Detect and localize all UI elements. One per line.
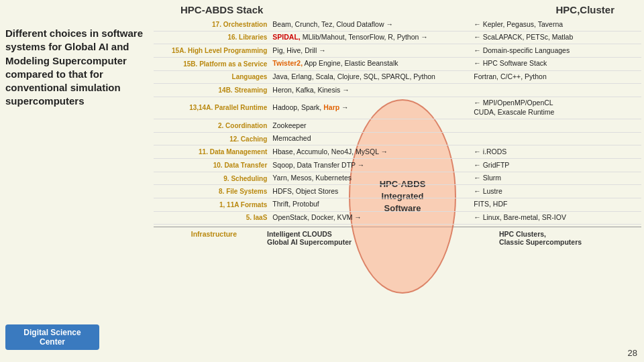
row-label: 15B. Platform as a Service — [154, 57, 270, 70]
table-row: Languages Java, Erlang, Scala, Clojure, … — [154, 70, 641, 84]
row-center: Yarn, Mesos, Kubernetes — [270, 172, 455, 185]
table-row: 8. File Systems HDFS, Object Stores ← Lu… — [154, 185, 641, 198]
row-label: 16. Libraries — [154, 31, 270, 44]
hpc-cluster-header: HPC,Cluster — [555, 4, 614, 15]
row-center: OpenStack, Docker, KVM → — [270, 211, 455, 225]
row-label: 9. Scheduling — [154, 172, 270, 185]
row-right: FITS, HDF — [471, 198, 641, 211]
row-right: ← Domain-specific Languages — [471, 44, 641, 58]
arrow-cell — [455, 57, 471, 70]
row-center: Twister2, App Engine, Elastic Beanstalk — [270, 57, 455, 70]
arrow-cell — [455, 84, 471, 97]
row-right: ← Slurm — [471, 172, 641, 185]
row-label: 5. IaaS — [154, 211, 270, 225]
row-center: SPIDAL, MLlib/Mahout, TensorFlow, R, Pyt… — [270, 31, 455, 44]
row-center: Beam, Crunch, Tez, Cloud Dataflow → — [270, 18, 455, 31]
row-center: Java, Erlang, Scala, Clojure, SQL, SPARQ… — [270, 70, 455, 84]
table-row: 13,14A. Parallel Runtime Hadoop, Spark, … — [154, 97, 641, 119]
row-label: 12. Caching — [154, 132, 270, 145]
arrow-cell — [455, 159, 471, 172]
table-row: 14B. Streaming Heron, Kafka, Kinesis → — [154, 84, 641, 97]
row-label: 8. File Systems — [154, 185, 270, 198]
arrow-cell — [455, 132, 471, 145]
row-right: ← GridFTP — [471, 159, 641, 172]
row-right: ← MPI/OpenMP/OpenCLCUDA, Exascale Runtim… — [471, 97, 641, 119]
row-label: Languages — [154, 70, 270, 84]
row-label: 17. Orchestration — [154, 18, 270, 31]
row-label: 10. Data Transfer — [154, 159, 270, 172]
arrow-cell — [455, 70, 471, 84]
main-content: HPC-ABDS Stack HPC,Cluster HPC-ABDSInteg… — [151, 0, 644, 362]
table-row: 12. Caching Memcached — [154, 132, 641, 145]
stack-table: 17. Orchestration Beam, Crunch, Tez, Clo… — [154, 18, 641, 225]
row-right: ← i.RODS — [471, 145, 641, 159]
page: Different choices in software systems fo… — [0, 0, 644, 362]
infra-right: HPC Clusters,Classic Supercomputers — [494, 230, 641, 246]
row-label: 13,14A. Parallel Runtime — [154, 97, 270, 119]
table-row: 15A. High Level Programming Pig, Hive, D… — [154, 44, 641, 58]
arrow-cell — [455, 198, 471, 211]
left-panel: Different choices in software systems fo… — [0, 0, 151, 362]
harp-text: Harp — [323, 103, 339, 111]
table-row: 2. Coordination Zookeeper — [154, 119, 641, 133]
infra-label: Infrastructure — [154, 230, 241, 246]
row-center: Heron, Kafka, Kinesis → — [270, 84, 455, 97]
row-center: Hbase, Accumulo, Neo4J, MySQL → — [270, 145, 455, 159]
row-right: ← Linux, Bare-metal, SR-IOV — [471, 211, 641, 225]
row-center: Zookeeper — [270, 119, 455, 133]
row-right: Fortran, C/C++, Python — [471, 70, 641, 84]
row-right: ← Kepler, Pegasus, Taverna — [471, 18, 641, 31]
row-center: Sqoop, Data Transfer DTP → — [270, 159, 455, 172]
spidal-text: SPIDAL, — [272, 33, 300, 41]
arrow-cell — [455, 172, 471, 185]
row-label: 1, 11A Formats — [154, 198, 270, 211]
row-right — [471, 119, 641, 133]
arrow-cell — [455, 211, 471, 225]
left-description: Different choices in software systems fo… — [5, 27, 144, 109]
row-label: 14B. Streaming — [154, 84, 270, 97]
row-center: Hadoop, Spark, Harp → — [270, 97, 455, 119]
row-label: 11. Data Management — [154, 145, 270, 159]
row-center: HDFS, Object Stores — [270, 185, 455, 198]
row-right: ← HPC Software Stack — [471, 57, 641, 70]
hpc-abds-header: HPC-ABDS Stack — [180, 4, 263, 15]
arrow-cell — [455, 31, 471, 44]
arrow-cell — [455, 97, 471, 119]
page-number: 28 — [628, 348, 637, 358]
row-label: 15A. High Level Programming — [154, 44, 270, 58]
infra-spacer — [454, 230, 468, 246]
row-right: ← ScaLAPACK, PETSc, Matlab — [471, 31, 641, 44]
row-label: 2. Coordination — [154, 119, 270, 133]
table-row: 10. Data Transfer Sqoop, Data Transfer D… — [154, 159, 641, 172]
arrow-cell — [455, 119, 471, 133]
arrow-cell — [455, 18, 471, 31]
table-row: 17. Orchestration Beam, Crunch, Tez, Clo… — [154, 18, 641, 31]
arrow-cell — [455, 185, 471, 198]
table-row: 5. IaaS OpenStack, Docker, KVM → ← Linux… — [154, 211, 641, 225]
footer-badge: Digital Science Center — [5, 324, 99, 350]
row-center: Pig, Hive, Drill → — [270, 44, 455, 58]
table-row: 1, 11A Formats Thrift, Protobuf FITS, HD… — [154, 198, 641, 211]
table-row: 11. Data Management Hbase, Accumulo, Neo… — [154, 145, 641, 159]
row-right: ← Lustre — [471, 185, 641, 198]
table-row: 16. Libraries SPIDAL, MLlib/Mahout, Tens… — [154, 31, 641, 44]
row-right — [471, 132, 641, 145]
column-headers: HPC-ABDS Stack HPC,Cluster — [154, 4, 641, 15]
row-center: Memcached — [270, 132, 455, 145]
arrow-cell — [455, 145, 471, 159]
row-right — [471, 84, 641, 97]
table-row: 9. Scheduling Yarn, Mesos, Kubernetes ← … — [154, 172, 641, 185]
arrow-cell — [455, 44, 471, 58]
twister2-text: Twister2, — [272, 59, 303, 67]
row-center: Thrift, Protobuf — [270, 198, 455, 211]
table-row: 15B. Platform as a Service Twister2, App… — [154, 57, 641, 70]
